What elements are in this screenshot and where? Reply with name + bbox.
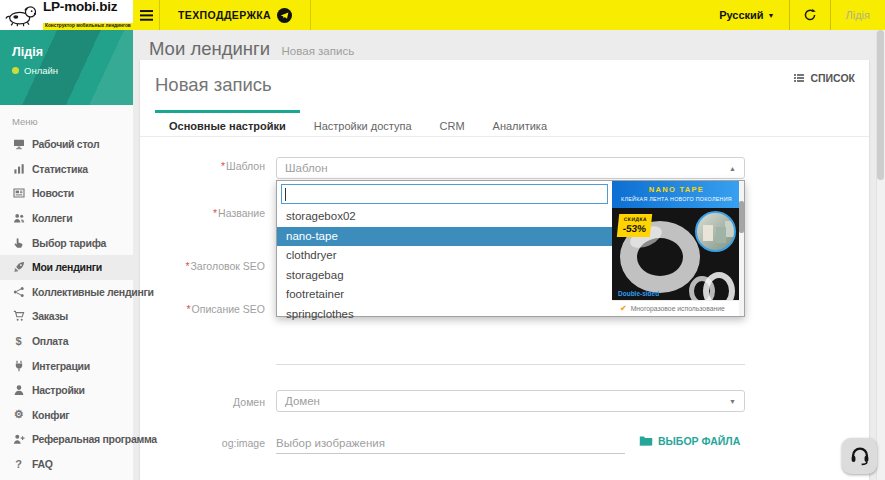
domain-field-label: Домен <box>140 396 265 408</box>
online-dot-icon <box>12 67 19 74</box>
chevron-up-icon: ▲ <box>729 165 736 172</box>
logo-title: LP-mobi.biz <box>43 0 133 14</box>
topbar: LP-mobi.biz Конструктор мобильных лендин… <box>0 0 885 30</box>
choose-file-button[interactable]: ВЫБОР ФАЙЛА <box>639 435 740 447</box>
list-icon <box>793 72 805 84</box>
dropdown-option-storagebox02[interactable]: storagebox02 <box>277 207 612 227</box>
tab-basic-settings[interactable]: Основные настройки <box>155 110 300 136</box>
menu-section-label: Меню <box>0 105 133 132</box>
required-asterisk: * <box>221 160 225 172</box>
sidebar-item-dollar[interactable]: $Оплата <box>0 329 133 354</box>
tariff-icon <box>12 237 25 249</box>
logo[interactable]: LP-mobi.biz Конструктор мобильных лендин… <box>0 0 133 30</box>
tab-analytics[interactable]: Аналитика <box>479 110 561 136</box>
preview-caption: Double-sided <box>618 290 659 297</box>
status-label: Онлайн <box>24 65 58 76</box>
sidebar-user-panel: Лідія Онлайн <box>0 30 133 105</box>
dropdown-options-list: storagebox02nano-tapeclothdryerstorageba… <box>277 207 612 324</box>
tab-bar: Основные настройкиНастройки доступаCRMАн… <box>140 110 869 137</box>
tab-crm[interactable]: CRM <box>426 110 479 136</box>
preview-title: NANO TAPE <box>612 185 741 194</box>
language-selector[interactable]: Русский ▼ <box>705 0 788 30</box>
sidebar-item-label: Реферальная программа <box>32 433 157 445</box>
question-icon: ? <box>12 459 25 470</box>
colleagues-icon <box>12 212 25 224</box>
preview-subtitle: КЛЕЙКАЯ ЛЕНТА НОВОГО ПОКОЛЕНИЯ <box>612 196 741 202</box>
sidebar-toggle-button[interactable] <box>133 0 160 30</box>
dropdown-option-springclothes[interactable]: springclothes <box>277 305 612 325</box>
required-asterisk: * <box>187 303 191 315</box>
user-plus-icon <box>12 433 25 445</box>
sidebar-item-landings[interactable]: Мои лендинги <box>0 255 133 280</box>
tab-access-settings[interactable]: Настройки доступа <box>300 110 426 136</box>
choose-file-label: ВЫБОР ФАЙЛА <box>658 435 740 447</box>
sidebar-item-label: Коллективные лендинги <box>32 286 154 298</box>
domain-select-placeholder: Домен <box>285 395 320 407</box>
sidebar-item-tariff[interactable]: Выбор тарифа <box>0 230 133 255</box>
template-preview: NANO TAPE КЛЕЙКАЯ ЛЕНТА НОВОГО ПОКОЛЕНИЯ… <box>612 181 741 316</box>
dog-logo-icon <box>5 3 39 27</box>
preview-inset-photo <box>695 211 736 252</box>
sidebar-item-share[interactable]: Коллективные лендинги <box>0 280 133 305</box>
user-icon <box>12 384 25 396</box>
breadcrumb: Мои лендинги Новая запись <box>149 38 354 60</box>
page-scrollbar[interactable] <box>876 30 885 480</box>
template-field-label: *Шаблон <box>140 160 265 172</box>
og-image-placeholder: Выбор изображения <box>276 437 385 449</box>
logo-subtitle: Конструктор мобильных лендингов <box>43 23 133 30</box>
preview-header: NANO TAPE КЛЕЙКАЯ ЛЕНТА НОВОГО ПОКОЛЕНИЯ <box>612 181 741 208</box>
discount-badge: СКИДКА -53% <box>617 214 653 237</box>
sidebar-item-user-plus[interactable]: Реферальная программа <box>0 427 133 452</box>
dropdown-scrollbar-thumb[interactable] <box>739 201 744 233</box>
news-icon <box>12 187 25 199</box>
sidebar-item-stats[interactable]: Статистика <box>0 157 133 182</box>
sidebar-item-user[interactable]: Настройки <box>0 378 133 403</box>
dropdown-option-clothdryer[interactable]: clothdryer <box>277 246 612 266</box>
dropdown-option-footretainer[interactable]: footretainer <box>277 285 612 305</box>
seo-title-field-label: *Заголовок SEO <box>140 260 265 272</box>
required-asterisk: * <box>185 260 189 272</box>
sidebar-item-desktop[interactable]: Рабочий стол <box>0 132 133 157</box>
refresh-icon <box>803 8 817 22</box>
seo-description-field-label: *Описание SEO <box>140 303 265 315</box>
headset-icon <box>849 445 871 467</box>
sidebar-item-label: Конфиг <box>32 409 69 421</box>
og-image-input[interactable]: Выбор изображения <box>276 432 625 454</box>
domain-select[interactable]: Домен ▼ <box>276 390 745 412</box>
sidebar-item-label: Коллеги <box>32 212 72 224</box>
sidebar-item-question[interactable]: ?FAQ <box>0 452 133 477</box>
check-icon: ✔ <box>620 304 627 313</box>
sidebar-item-label: Выбор тарифа <box>32 237 106 249</box>
support-label: ТЕХПОДДЕРЖКА <box>178 9 271 21</box>
folder-icon <box>639 435 653 447</box>
sidebar-item-gears[interactable]: ⚙Конфиг <box>0 403 133 428</box>
page-scrollbar-thumb[interactable] <box>877 30 884 180</box>
dropdown-scrollbar[interactable] <box>739 181 744 316</box>
tape-loop-image <box>703 272 735 300</box>
sidebar-item-cart[interactable]: Заказы <box>0 304 133 329</box>
share-icon <box>12 286 25 298</box>
list-button[interactable]: СПИСОК <box>793 72 855 84</box>
support-button[interactable]: ТЕХПОДДЕРЖКА <box>160 0 311 30</box>
hamburger-icon <box>140 10 153 21</box>
preview-feature-text: Многоразовое использование <box>631 305 725 312</box>
dropdown-option-storagebag[interactable]: storagebag <box>277 266 612 286</box>
dollar-icon: $ <box>12 336 25 347</box>
template-select[interactable]: Шаблон ▲ <box>276 157 745 179</box>
sidebar-item-label: Статистика <box>32 163 88 175</box>
name-field-label: *Название <box>140 207 265 219</box>
support-chat-widget[interactable] <box>842 438 877 474</box>
gears-icon: ⚙ <box>12 409 25 420</box>
sidebar-item-plug[interactable]: Интеграции <box>0 353 133 378</box>
sidebar-item-label: Рабочий стол <box>32 138 99 150</box>
sidebar-item-colleagues[interactable]: Коллеги <box>0 206 133 231</box>
dropdown-option-nano-tape[interactable]: nano-tape <box>277 227 612 247</box>
refresh-button[interactable] <box>790 0 830 30</box>
sidebar-user-status: Онлайн <box>12 65 133 76</box>
seo-description-input-underline[interactable] <box>276 364 745 365</box>
sidebar-item-label: Заказы <box>32 310 68 322</box>
topbar-user-link[interactable]: Лідія <box>831 0 885 30</box>
app-window: LP-mobi.biz Конструктор мобильных лендин… <box>0 0 885 480</box>
sidebar-item-news[interactable]: Новости <box>0 181 133 206</box>
dropdown-search-input[interactable] <box>281 184 608 204</box>
